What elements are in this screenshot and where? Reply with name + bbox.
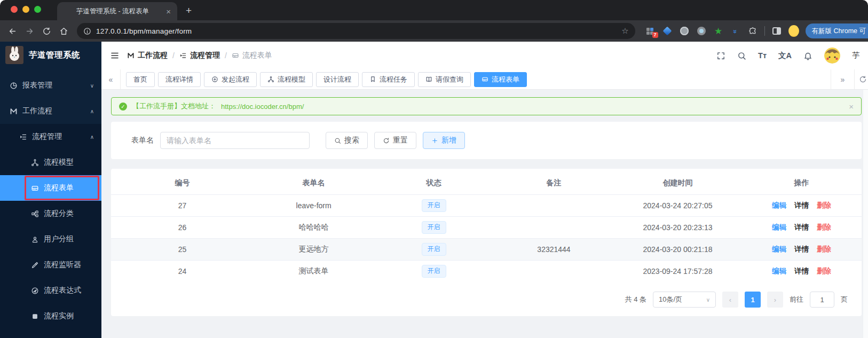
search-icon[interactable] — [737, 51, 746, 60]
extension-star-icon[interactable]: ★ — [713, 26, 724, 36]
cell-actions: 编辑 详情 删除 — [741, 266, 862, 276]
search-button[interactable]: 搜索 — [326, 132, 368, 149]
form-drive-icon — [482, 76, 488, 83]
tab-close-icon[interactable]: × — [166, 7, 171, 16]
minimize-window-button[interactable] — [22, 6, 29, 13]
font-size-icon[interactable]: Tт — [758, 51, 767, 60]
sidebar-item-process-instance[interactable]: 流程实例 — [0, 303, 101, 329]
detail-link[interactable]: 详情 — [794, 201, 809, 210]
delete-link[interactable]: 删除 — [817, 245, 831, 254]
success-check-icon: ✓ — [119, 103, 127, 111]
new-tab-button[interactable]: + — [186, 5, 192, 17]
tabs-more-icon[interactable] — [854, 69, 868, 89]
home-icon[interactable] — [57, 24, 70, 38]
sidebar-item-process-mgmt[interactable]: 流程管理 ∧ — [0, 124, 101, 150]
reset-button[interactable]: 重置 — [374, 132, 416, 149]
breadcrumb-item-workflow[interactable]: 工作流程 — [127, 51, 168, 60]
header-actions: Tт 文A 芋 — [716, 48, 859, 64]
tab-process-task[interactable]: 流程任务 — [362, 72, 415, 87]
extension-grid-icon[interactable]: 7 — [645, 26, 656, 36]
scrollbar-gutter[interactable] — [863, 90, 868, 338]
extensions-puzzle-icon[interactable] — [747, 26, 758, 36]
sidebar-item-report-mgmt[interactable]: 报表管理 ∨ — [0, 73, 101, 98]
delete-link[interactable]: 删除 — [817, 201, 831, 210]
app-logo[interactable]: 芋道管理系统 — [0, 42, 101, 68]
page-size-select[interactable]: 10条/页 ∨ — [653, 292, 716, 308]
forward-icon[interactable] — [22, 24, 36, 38]
user-avatar[interactable] — [824, 48, 840, 64]
tab-leave-query[interactable]: 请假查询 — [418, 72, 471, 87]
col-id: 编号 — [111, 178, 254, 188]
tab-process-detail[interactable]: 流程详情 — [158, 72, 201, 87]
sidebar-item-process-category[interactable]: 流程分类 — [0, 201, 101, 226]
extension-diamond-icon[interactable] — [662, 26, 673, 36]
cell-actions: 编辑 详情 删除 — [741, 245, 862, 254]
detail-link[interactable]: 详情 — [794, 266, 809, 276]
alert-close-icon[interactable]: × — [849, 102, 854, 111]
col-created: 创建时间 — [614, 178, 741, 188]
side-panel-icon[interactable] — [771, 26, 782, 36]
breadcrumb-label: 流程表单 — [242, 51, 272, 60]
tabs-scroll-right-icon[interactable]: » — [831, 69, 854, 89]
delete-link[interactable]: 删除 — [817, 266, 831, 276]
cell-created: 2024-03-20 00:21:18 — [614, 245, 741, 254]
sidebar-submenu: 流程管理 ∧ 流程模型 流程表单 流程分类 用 — [0, 124, 101, 338]
tab-process-form[interactable]: 流程表单 — [474, 72, 527, 87]
delete-link[interactable]: 删除 — [817, 223, 831, 232]
fullscreen-icon[interactable] — [716, 51, 725, 60]
page-content: ✓ 【工作流手册】文档地址： https://doc.iocoder.cn/bp… — [101, 90, 868, 338]
tab-launch-process[interactable]: 发起流程 — [204, 72, 257, 87]
close-window-button[interactable] — [11, 6, 18, 13]
breadcrumb-item-process-mgmt[interactable]: 流程管理 — [179, 51, 220, 60]
sidebar-item-process-form[interactable]: 流程表单 — [0, 175, 101, 201]
sidebar-item-user-group[interactable]: 用户分组 — [0, 226, 101, 252]
page-1-button[interactable]: 1 — [745, 292, 761, 308]
browser-profile-avatar[interactable] — [788, 26, 799, 36]
prev-page-button[interactable]: ‹ — [722, 292, 738, 308]
detail-link[interactable]: 详情 — [794, 223, 809, 232]
breadcrumb-label: 工作流程 — [138, 51, 168, 60]
bell-icon[interactable] — [803, 51, 812, 60]
site-info-icon[interactable] — [83, 27, 91, 35]
tab-process-model[interactable]: 流程模型 — [260, 72, 313, 87]
edit-link[interactable]: 编辑 — [772, 223, 786, 232]
extensions-cluster: 7 ★ » — [642, 26, 802, 36]
maximize-window-button[interactable] — [34, 6, 41, 13]
sidebar-item-process-model[interactable]: 流程模型 — [0, 150, 101, 175]
doc-link[interactable]: https://doc.iocoder.cn/bpm/ — [221, 103, 304, 111]
edit-link[interactable]: 编辑 — [772, 266, 786, 276]
collapse-menu-icon[interactable] — [110, 51, 120, 60]
tab-design-process[interactable]: 设计流程 — [316, 72, 359, 87]
browser-tab[interactable]: 芋道管理系统 - 流程表单 × — [57, 2, 177, 20]
chrome-update-chip[interactable]: 有新版 Chrome 可 — [806, 23, 868, 38]
translate-icon[interactable]: 文A — [778, 51, 792, 61]
workflow-icon — [10, 107, 18, 115]
add-button[interactable]: 新增 — [423, 132, 465, 149]
sidebar-item-label: 流程分类 — [44, 209, 74, 218]
extension-layers-icon[interactable]: » — [730, 26, 741, 36]
tab-home[interactable]: 首页 — [126, 72, 155, 87]
bookmark-star-icon[interactable]: ☆ — [621, 26, 628, 36]
reload-icon[interactable] — [40, 24, 53, 38]
form-name-input[interactable] — [160, 132, 310, 149]
sidebar-item-label: 工作流程 — [22, 106, 52, 116]
detail-link[interactable]: 详情 — [794, 245, 809, 254]
goto-page-input[interactable] — [810, 292, 834, 308]
browser-toolbar: 127.0.0.1/bpm/manager/form ☆ 7 ★ » 有新版 C… — [0, 20, 868, 42]
next-page-button[interactable]: › — [767, 292, 783, 308]
sidebar-item-process-expression[interactable]: 流程表达式 — [0, 278, 101, 303]
extension-dot-icon[interactable] — [696, 26, 707, 36]
sidebar-item-process-listener[interactable]: 流程监听器 — [0, 252, 101, 278]
tabs-scroll-left-icon[interactable]: « — [101, 69, 121, 89]
app-title: 芋道管理系统 — [29, 50, 80, 61]
edit-link[interactable]: 编辑 — [772, 201, 786, 210]
edit-link[interactable]: 编辑 — [772, 245, 786, 254]
col-actions: 操作 — [741, 178, 862, 188]
url-text[interactable]: 127.0.0.1/bpm/manager/form — [96, 27, 617, 35]
address-bar[interactable]: 127.0.0.1/bpm/manager/form ☆ — [77, 23, 635, 39]
sidebar-item-workflow[interactable]: 工作流程 ∧ — [0, 98, 101, 124]
extension-circle-icon[interactable] — [679, 26, 690, 36]
form-drive-icon — [31, 184, 39, 192]
sidebar: 芋道管理系统 报表管理 ∨ 工作流程 ∧ 流程管理 ∧ — [0, 42, 101, 338]
back-icon[interactable] — [5, 24, 19, 38]
